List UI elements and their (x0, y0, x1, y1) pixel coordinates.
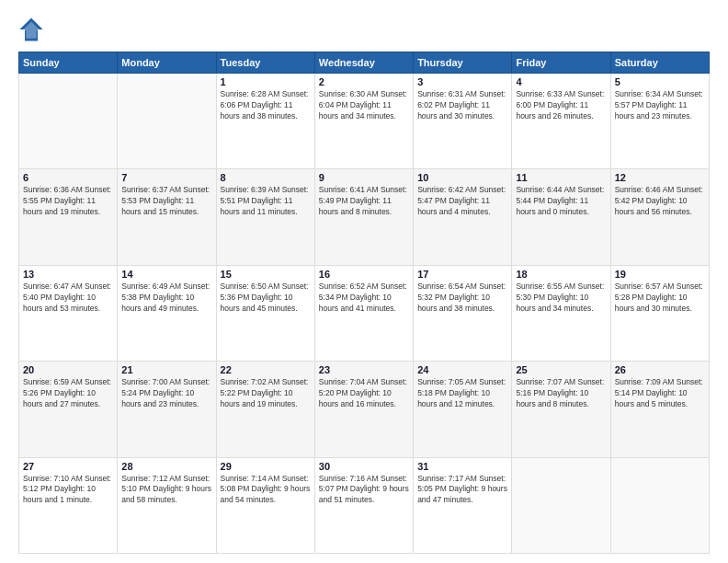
calendar-cell: 9Sunrise: 6:41 AM Sunset: 5:49 PM Daylig… (314, 169, 413, 265)
day-info: Sunrise: 7:10 AM Sunset: 5:12 PM Dayligh… (23, 474, 113, 507)
calendar-cell (512, 457, 610, 553)
calendar-cell: 7Sunrise: 6:37 AM Sunset: 5:53 PM Daylig… (118, 169, 216, 265)
day-info: Sunrise: 6:57 AM Sunset: 5:28 PM Dayligh… (615, 282, 705, 315)
day-info: Sunrise: 7:12 AM Sunset: 5:10 PM Dayligh… (121, 474, 211, 507)
weekday-tuesday: Tuesday (216, 52, 314, 74)
weekday-monday: Monday (118, 52, 216, 74)
day-info: Sunrise: 7:09 AM Sunset: 5:14 PM Dayligh… (615, 377, 705, 410)
day-number: 5 (615, 76, 705, 87)
day-info: Sunrise: 7:17 AM Sunset: 5:05 PM Dayligh… (417, 474, 507, 507)
calendar-cell: 11Sunrise: 6:44 AM Sunset: 5:44 PM Dayli… (512, 169, 610, 265)
day-number: 13 (23, 269, 113, 280)
calendar-cell: 8Sunrise: 6:39 AM Sunset: 5:51 PM Daylig… (216, 169, 314, 265)
calendar-cell: 21Sunrise: 7:00 AM Sunset: 5:24 PM Dayli… (118, 362, 216, 457)
calendar-cell: 26Sunrise: 7:09 AM Sunset: 5:14 PM Dayli… (610, 362, 709, 457)
calendar-week-row: 6Sunrise: 6:36 AM Sunset: 5:55 PM Daylig… (19, 169, 710, 265)
calendar-cell: 4Sunrise: 6:33 AM Sunset: 6:00 PM Daylig… (512, 74, 610, 169)
day-number: 16 (319, 269, 409, 280)
day-number: 22 (221, 364, 311, 375)
day-info: Sunrise: 6:49 AM Sunset: 5:38 PM Dayligh… (121, 282, 211, 315)
day-info: Sunrise: 6:34 AM Sunset: 5:57 PM Dayligh… (615, 89, 705, 122)
day-number: 27 (23, 461, 113, 472)
calendar-cell: 29Sunrise: 7:14 AM Sunset: 5:08 PM Dayli… (216, 457, 314, 553)
calendar-week-row: 27Sunrise: 7:10 AM Sunset: 5:12 PM Dayli… (19, 457, 710, 553)
day-info: Sunrise: 7:07 AM Sunset: 5:16 PM Dayligh… (516, 377, 606, 410)
day-number: 3 (417, 76, 507, 87)
logo-icon (18, 17, 44, 42)
day-info: Sunrise: 6:59 AM Sunset: 5:26 PM Dayligh… (23, 377, 113, 410)
calendar-cell: 17Sunrise: 6:54 AM Sunset: 5:32 PM Dayli… (414, 265, 512, 361)
calendar-cell: 12Sunrise: 6:46 AM Sunset: 5:42 PM Dayli… (610, 169, 709, 265)
day-info: Sunrise: 6:41 AM Sunset: 5:49 PM Dayligh… (319, 185, 409, 218)
day-number: 23 (319, 364, 409, 375)
day-info: Sunrise: 7:16 AM Sunset: 5:07 PM Dayligh… (319, 474, 409, 507)
calendar-cell: 2Sunrise: 6:30 AM Sunset: 6:04 PM Daylig… (314, 74, 413, 169)
calendar-cell: 25Sunrise: 7:07 AM Sunset: 5:16 PM Dayli… (512, 362, 610, 457)
weekday-thursday: Thursday (414, 52, 512, 74)
calendar-cell: 30Sunrise: 7:16 AM Sunset: 5:07 PM Dayli… (314, 457, 413, 553)
day-number: 28 (121, 461, 211, 472)
calendar-cell: 15Sunrise: 6:50 AM Sunset: 5:36 PM Dayli… (216, 265, 314, 361)
day-number: 17 (417, 269, 507, 280)
day-number: 21 (121, 364, 211, 375)
calendar-cell: 16Sunrise: 6:52 AM Sunset: 5:34 PM Dayli… (314, 265, 413, 361)
calendar-cell: 19Sunrise: 6:57 AM Sunset: 5:28 PM Dayli… (610, 265, 709, 361)
weekday-friday: Friday (512, 52, 610, 74)
day-info: Sunrise: 6:30 AM Sunset: 6:04 PM Dayligh… (319, 89, 409, 122)
calendar-table: SundayMondayTuesdayWednesdayThursdayFrid… (18, 52, 710, 554)
day-info: Sunrise: 6:39 AM Sunset: 5:51 PM Dayligh… (221, 185, 311, 218)
day-number: 1 (221, 76, 311, 87)
day-number: 2 (319, 76, 409, 87)
calendar-cell: 24Sunrise: 7:05 AM Sunset: 5:18 PM Dayli… (414, 362, 512, 457)
calendar-cell: 14Sunrise: 6:49 AM Sunset: 5:38 PM Dayli… (118, 265, 216, 361)
calendar-cell: 18Sunrise: 6:55 AM Sunset: 5:30 PM Dayli… (512, 265, 610, 361)
day-info: Sunrise: 7:04 AM Sunset: 5:20 PM Dayligh… (319, 377, 409, 410)
day-number: 25 (516, 364, 606, 375)
day-number: 24 (417, 364, 507, 375)
calendar-week-row: 13Sunrise: 6:47 AM Sunset: 5:40 PM Dayli… (19, 265, 710, 361)
calendar-cell (118, 74, 216, 169)
day-info: Sunrise: 6:42 AM Sunset: 5:47 PM Dayligh… (417, 185, 507, 218)
calendar-cell: 28Sunrise: 7:12 AM Sunset: 5:10 PM Dayli… (118, 457, 216, 553)
day-number: 20 (23, 364, 113, 375)
day-info: Sunrise: 6:28 AM Sunset: 6:06 PM Dayligh… (221, 89, 311, 122)
day-number: 4 (516, 76, 606, 87)
day-info: Sunrise: 6:47 AM Sunset: 5:40 PM Dayligh… (23, 282, 113, 315)
day-number: 8 (221, 172, 311, 183)
calendar-cell: 6Sunrise: 6:36 AM Sunset: 5:55 PM Daylig… (19, 169, 118, 265)
day-number: 12 (615, 172, 705, 183)
day-info: Sunrise: 7:02 AM Sunset: 5:22 PM Dayligh… (221, 377, 311, 410)
page: SundayMondayTuesdayWednesdayThursdayFrid… (0, 0, 728, 563)
header (18, 17, 710, 42)
day-number: 31 (417, 461, 507, 472)
day-info: Sunrise: 6:31 AM Sunset: 6:02 PM Dayligh… (417, 89, 507, 122)
day-number: 6 (23, 172, 113, 183)
day-number: 15 (221, 269, 311, 280)
calendar-cell: 10Sunrise: 6:42 AM Sunset: 5:47 PM Dayli… (414, 169, 512, 265)
day-number: 18 (516, 269, 606, 280)
day-info: Sunrise: 6:37 AM Sunset: 5:53 PM Dayligh… (121, 185, 211, 218)
day-number: 26 (615, 364, 705, 375)
calendar-cell (19, 74, 118, 169)
weekday-header-row: SundayMondayTuesdayWednesdayThursdayFrid… (19, 52, 710, 74)
calendar-cell: 22Sunrise: 7:02 AM Sunset: 5:22 PM Dayli… (216, 362, 314, 457)
calendar-cell: 5Sunrise: 6:34 AM Sunset: 5:57 PM Daylig… (610, 74, 709, 169)
day-info: Sunrise: 6:44 AM Sunset: 5:44 PM Dayligh… (516, 185, 606, 218)
day-info: Sunrise: 6:36 AM Sunset: 5:55 PM Dayligh… (23, 185, 113, 218)
weekday-saturday: Saturday (610, 52, 709, 74)
calendar-week-row: 20Sunrise: 6:59 AM Sunset: 5:26 PM Dayli… (19, 362, 710, 457)
logo (18, 17, 48, 42)
calendar-cell: 23Sunrise: 7:04 AM Sunset: 5:20 PM Dayli… (314, 362, 413, 457)
day-number: 19 (615, 269, 705, 280)
calendar-cell: 20Sunrise: 6:59 AM Sunset: 5:26 PM Dayli… (19, 362, 118, 457)
calendar-cell: 13Sunrise: 6:47 AM Sunset: 5:40 PM Dayli… (19, 265, 118, 361)
day-number: 11 (516, 172, 606, 183)
calendar-cell: 3Sunrise: 6:31 AM Sunset: 6:02 PM Daylig… (414, 74, 512, 169)
weekday-wednesday: Wednesday (314, 52, 413, 74)
day-number: 10 (417, 172, 507, 183)
day-number: 30 (319, 461, 409, 472)
weekday-sunday: Sunday (19, 52, 118, 74)
calendar-cell: 31Sunrise: 7:17 AM Sunset: 5:05 PM Dayli… (414, 457, 512, 553)
day-info: Sunrise: 6:46 AM Sunset: 5:42 PM Dayligh… (615, 185, 705, 218)
day-info: Sunrise: 6:33 AM Sunset: 6:00 PM Dayligh… (516, 89, 606, 122)
